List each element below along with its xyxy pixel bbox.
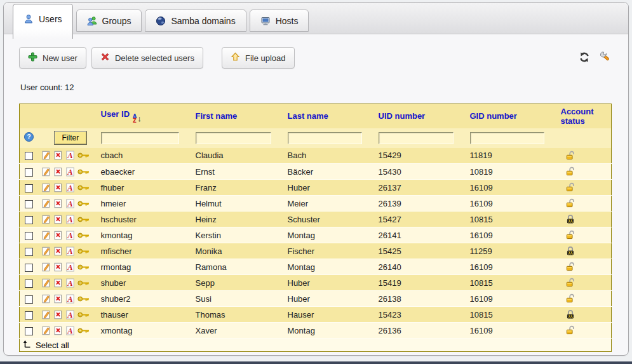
user-row: AthauserThomasHauser1542310815 (20, 307, 612, 323)
edit-icon[interactable] (41, 262, 51, 272)
edit-icon[interactable] (41, 183, 51, 192)
key-icon[interactable] (77, 200, 90, 207)
pdf-icon[interactable]: A (65, 310, 75, 320)
unlock-icon[interactable] (565, 325, 575, 335)
wrench-icon[interactable] (599, 51, 610, 65)
row-checkbox[interactable] (25, 280, 33, 288)
filter-input-last-name[interactable] (288, 132, 362, 144)
cell-last-name: Fischer (284, 243, 375, 259)
delete-icon[interactable] (53, 262, 63, 272)
delete-icon[interactable] (53, 231, 63, 240)
cell-last-name: Montag (284, 323, 375, 339)
tab-samba-domains[interactable]: Samba domains (145, 10, 246, 32)
unlock-icon[interactable] (565, 198, 575, 208)
key-icon[interactable] (77, 280, 90, 286)
cell-first-name: Xaver (192, 323, 284, 339)
sort-ascending-icon[interactable]: AZ↓ (133, 114, 142, 123)
pdf-icon[interactable]: A (65, 326, 75, 335)
filter-input-uid-number[interactable] (379, 132, 454, 144)
tab-groups[interactable]: Groups (76, 10, 142, 32)
delete-selected-users-button[interactable]: Delete selected users (91, 47, 203, 69)
row-checkbox[interactable] (25, 184, 33, 192)
delete-icon[interactable] (53, 246, 63, 256)
row-checkbox[interactable] (25, 232, 33, 240)
column-header-last-name[interactable]: Last name (284, 104, 375, 128)
delete-icon[interactable] (53, 199, 63, 208)
edit-icon[interactable] (41, 231, 51, 240)
column-header-user-id[interactable]: User IDAZ↓ (97, 104, 192, 128)
lock-icon[interactable] (565, 246, 575, 256)
edit-icon[interactable] (41, 278, 51, 288)
delete-icon[interactable] (53, 151, 63, 160)
row-checkbox[interactable] (25, 295, 33, 304)
key-icon[interactable] (77, 327, 90, 334)
unlock-icon[interactable] (565, 230, 575, 240)
delete-icon[interactable] (53, 326, 63, 335)
key-icon[interactable] (77, 168, 90, 175)
delete-icon[interactable] (53, 167, 63, 177)
filter-input-gid-number[interactable] (470, 132, 544, 144)
pdf-icon[interactable]: A (65, 199, 75, 208)
key-icon[interactable] (77, 152, 90, 159)
key-icon[interactable] (77, 184, 90, 191)
unlock-icon[interactable] (565, 278, 575, 288)
unlock-icon[interactable] (565, 166, 575, 177)
pdf-icon[interactable]: A (65, 278, 75, 288)
row-checkbox[interactable] (25, 200, 33, 208)
pdf-icon[interactable]: A (65, 151, 75, 160)
column-header-gid-number[interactable]: GID number (466, 104, 557, 128)
row-checkbox[interactable] (25, 327, 33, 335)
row-checkbox[interactable] (25, 264, 33, 272)
row-checkbox[interactable] (25, 248, 33, 256)
key-icon[interactable] (77, 311, 90, 318)
new-user-button[interactable]: New user (19, 47, 86, 69)
edit-icon[interactable] (41, 151, 51, 160)
filter-button[interactable]: Filter (54, 131, 88, 145)
edit-icon[interactable] (41, 246, 51, 256)
pdf-icon[interactable]: A (65, 167, 75, 177)
key-icon[interactable] (77, 232, 90, 239)
edit-icon[interactable] (41, 167, 51, 177)
key-icon[interactable] (77, 295, 90, 302)
unlock-icon[interactable] (565, 293, 575, 304)
select-all-link[interactable]: Select all (20, 340, 69, 351)
row-checkbox[interactable] (25, 152, 33, 160)
delete-icon[interactable] (53, 278, 63, 288)
pdf-icon[interactable]: A (65, 262, 75, 272)
row-checkbox[interactable] (25, 216, 33, 224)
key-icon[interactable] (77, 248, 90, 255)
column-header-account-status[interactable]: Account status (557, 104, 612, 128)
key-icon[interactable] (77, 264, 90, 271)
edit-icon[interactable] (41, 294, 51, 304)
tab-users[interactable]: Users (13, 4, 73, 39)
filter-input-first-name[interactable] (196, 132, 271, 144)
delete-icon[interactable] (53, 310, 63, 320)
unlock-icon[interactable] (565, 262, 575, 272)
delete-icon[interactable] (53, 215, 63, 224)
pdf-icon[interactable]: A (65, 246, 75, 256)
filter-input-user-id[interactable] (101, 132, 179, 144)
column-header-uid-number[interactable]: UID number (375, 104, 466, 128)
unlock-icon[interactable] (565, 182, 575, 192)
unlock-icon[interactable] (565, 151, 575, 161)
edit-icon[interactable] (41, 326, 51, 335)
pdf-icon[interactable]: A (65, 294, 75, 304)
file-upload-button[interactable]: File upload (222, 47, 295, 69)
pdf-icon[interactable]: A (65, 215, 75, 224)
pdf-icon[interactable]: A (65, 183, 75, 192)
help-icon[interactable]: ? (24, 132, 34, 144)
key-icon[interactable] (77, 216, 90, 223)
row-checkbox[interactable] (25, 168, 33, 177)
refresh-icon[interactable] (579, 51, 590, 65)
edit-icon[interactable] (41, 310, 51, 320)
delete-icon[interactable] (53, 294, 63, 304)
row-checkbox[interactable] (25, 311, 33, 320)
delete-icon[interactable] (53, 183, 63, 192)
pdf-icon[interactable]: A (65, 231, 75, 240)
tab-hosts[interactable]: Hosts (250, 10, 309, 32)
edit-icon[interactable] (41, 215, 51, 224)
lock-icon[interactable] (565, 214, 575, 224)
lock-icon[interactable] (565, 309, 575, 320)
column-header-first-name[interactable]: First name (192, 104, 284, 128)
edit-icon[interactable] (41, 199, 51, 208)
